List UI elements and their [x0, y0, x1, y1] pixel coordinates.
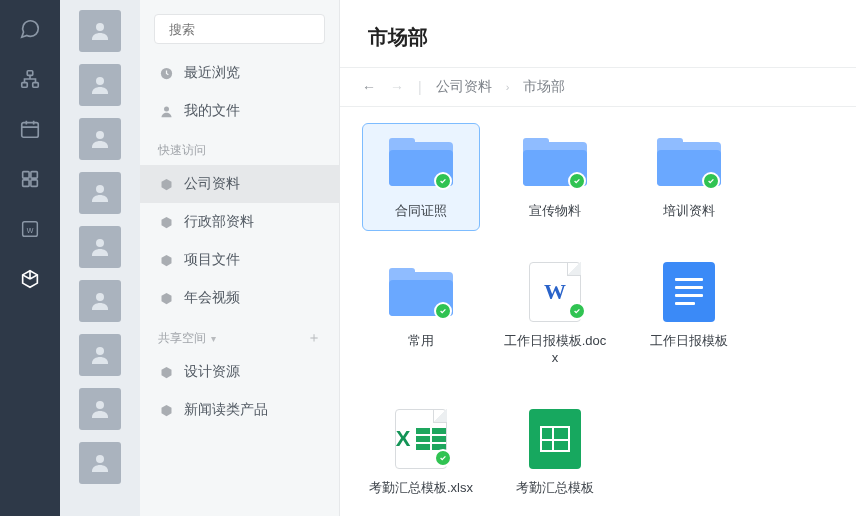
- svg-rect-5: [31, 172, 37, 178]
- apps-icon[interactable]: [19, 168, 41, 190]
- contact-avatar[interactable]: [79, 172, 121, 214]
- quick-item-company[interactable]: 公司资料: [140, 165, 339, 203]
- svg-point-21: [164, 106, 169, 111]
- svg-rect-3: [22, 123, 39, 138]
- person-icon: [158, 103, 174, 119]
- quick-item-admin[interactable]: 行政部资料: [140, 203, 339, 241]
- sheet-file-icon: [529, 409, 581, 469]
- search-input[interactable]: [169, 22, 337, 37]
- file-tile[interactable]: 宣传物料: [496, 123, 614, 231]
- contact-strip: [60, 0, 140, 516]
- quick-item-label: 项目文件: [184, 251, 240, 269]
- svg-point-11: [96, 77, 104, 85]
- search-box[interactable]: [154, 14, 325, 44]
- contact-avatar[interactable]: [79, 334, 121, 376]
- file-tile[interactable]: 考勤汇总模板: [496, 400, 614, 508]
- contact-avatar[interactable]: [79, 226, 121, 268]
- file-grid: 合同证照宣传物料培训资料常用W工作日报模板.docx工作日报模板X考勤汇总模板.…: [340, 107, 856, 507]
- contact-avatar[interactable]: [79, 118, 121, 160]
- page-title: 市场部: [340, 0, 856, 67]
- sync-badge-icon: [568, 302, 586, 320]
- quick-item-annual[interactable]: 年会视频: [140, 279, 339, 317]
- cube-icon: [158, 402, 174, 418]
- breadcrumb-item[interactable]: 市场部: [523, 78, 565, 96]
- breadcrumb-item[interactable]: 公司资料: [436, 78, 492, 96]
- svg-text:w: w: [26, 225, 34, 235]
- chat-icon[interactable]: [19, 18, 41, 40]
- cube-icon: [158, 252, 174, 268]
- svg-rect-0: [27, 71, 33, 76]
- file-tile[interactable]: 工作日报模板: [630, 253, 748, 378]
- file-label: 宣传物料: [529, 202, 581, 220]
- file-tile[interactable]: W工作日报模板.docx: [496, 253, 614, 378]
- sync-badge-icon: [702, 172, 720, 190]
- svg-point-15: [96, 293, 104, 301]
- separator: |: [418, 79, 422, 95]
- cube-icon: [158, 214, 174, 230]
- svg-rect-4: [23, 172, 29, 178]
- drive-icon[interactable]: [19, 268, 41, 290]
- nav-rail: w: [0, 0, 60, 516]
- contact-avatar[interactable]: [79, 64, 121, 106]
- cube-icon: [158, 176, 174, 192]
- chevron-down-icon[interactable]: ▾: [211, 333, 216, 344]
- quick-item-label: 行政部资料: [184, 213, 254, 231]
- cube-icon: [158, 364, 174, 380]
- svg-rect-1: [22, 83, 28, 88]
- file-label: 常用: [408, 332, 434, 350]
- shared-header: 共享空间 ▾ ＋: [140, 317, 339, 353]
- file-label: 考勤汇总模板.xlsx: [369, 479, 473, 497]
- sync-badge-icon: [568, 172, 586, 190]
- cube-icon: [158, 290, 174, 306]
- quick-item-label: 公司资料: [184, 175, 240, 193]
- sync-badge-icon: [434, 449, 452, 467]
- calendar-icon[interactable]: [19, 118, 41, 140]
- chevron-right-icon: ›: [506, 81, 510, 93]
- quick-header: 快速访问: [140, 130, 339, 165]
- doc-file-icon: [663, 262, 715, 322]
- contact-avatar[interactable]: [79, 442, 121, 484]
- file-label: 培训资料: [663, 202, 715, 220]
- file-label: 合同证照: [395, 202, 447, 220]
- nav-myfiles-label: 我的文件: [184, 102, 240, 120]
- file-tile[interactable]: X考勤汇总模板.xlsx: [362, 400, 480, 508]
- contact-avatar[interactable]: [79, 10, 121, 52]
- contact-avatar[interactable]: [79, 280, 121, 322]
- quick-item-project[interactable]: 项目文件: [140, 241, 339, 279]
- svg-rect-7: [31, 180, 37, 186]
- svg-point-12: [96, 131, 104, 139]
- shared-item-design[interactable]: 设计资源: [140, 353, 339, 391]
- contact-avatar[interactable]: [79, 388, 121, 430]
- shared-item-label: 新闻读类产品: [184, 401, 268, 419]
- file-tile[interactable]: 培训资料: [630, 123, 748, 231]
- forward-arrow-icon[interactable]: →: [390, 79, 404, 95]
- back-arrow-icon[interactable]: ←: [362, 79, 376, 95]
- svg-point-10: [96, 23, 104, 31]
- file-tile[interactable]: 合同证照: [362, 123, 480, 231]
- breadcrumb-bar: ← → | 公司资料 › 市场部: [340, 68, 856, 106]
- sidebar: 最近浏览 我的文件 快速访问 公司资料 行政部资料 项目文件 年会视频 共享空间…: [140, 0, 340, 516]
- clock-icon: [158, 65, 174, 81]
- svg-point-16: [96, 347, 104, 355]
- add-space-icon[interactable]: ＋: [307, 329, 321, 347]
- org-icon[interactable]: [19, 68, 41, 90]
- sync-badge-icon: [434, 172, 452, 190]
- nav-recent-label: 最近浏览: [184, 64, 240, 82]
- nav-myfiles[interactable]: 我的文件: [140, 92, 339, 130]
- svg-rect-2: [33, 83, 39, 88]
- svg-rect-6: [23, 180, 29, 186]
- file-label: 工作日报模板.docx: [503, 332, 607, 367]
- svg-point-14: [96, 239, 104, 247]
- svg-point-17: [96, 401, 104, 409]
- docs-icon[interactable]: w: [19, 218, 41, 240]
- quick-item-label: 年会视频: [184, 289, 240, 307]
- file-label: 工作日报模板: [650, 332, 728, 350]
- file-tile[interactable]: 常用: [362, 253, 480, 378]
- shared-item-news[interactable]: 新闻读类产品: [140, 391, 339, 429]
- sync-badge-icon: [434, 302, 452, 320]
- file-label: 考勤汇总模板: [516, 479, 594, 497]
- main-panel: 市场部 ← → | 公司资料 › 市场部 合同证照宣传物料培训资料常用W工作日报…: [340, 0, 856, 516]
- svg-point-13: [96, 185, 104, 193]
- nav-recent[interactable]: 最近浏览: [140, 54, 339, 92]
- shared-item-label: 设计资源: [184, 363, 240, 381]
